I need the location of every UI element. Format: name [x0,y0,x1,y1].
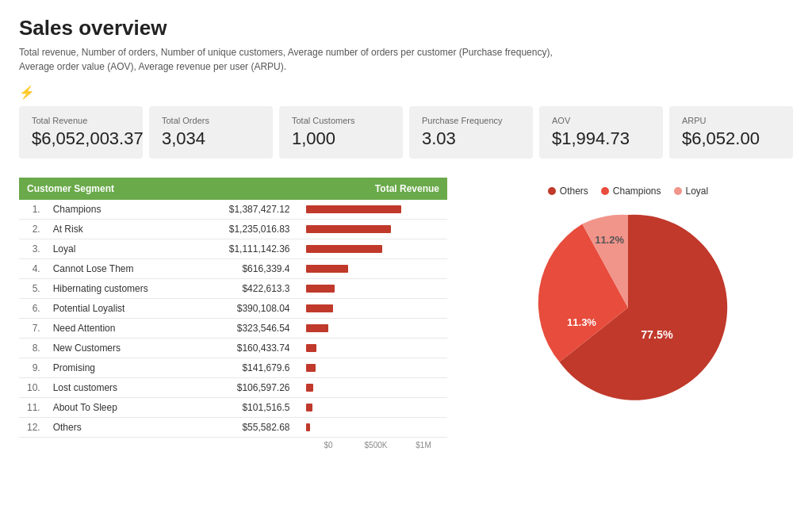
bar-wrap [306,423,440,432]
bar-wrap [306,323,440,333]
row-bar-cell [298,358,448,378]
table-row: 10. Lost customers $106,597.26 [19,378,447,398]
metric-card-arpu: ARPU $6,052.00 [669,106,793,159]
row-bar-cell [298,259,448,279]
row-name: Cannot Lose Them [45,259,195,279]
metric-card-purchase-frequency: Purchase Frequency 3.03 [409,106,533,159]
bar-wrap [306,304,440,313]
table-row: 5. Hibernating customers $422,613.3 [19,279,447,299]
row-revenue: $160,433.74 [194,339,297,358]
row-num: 5. [19,279,45,299]
row-name: Lost customers [45,378,195,398]
row-name: Potential Loyalist [45,299,195,319]
page-subtitle: Total revenue, Number of orders, Number … [19,45,574,74]
row-bar-cell [298,339,448,358]
bar-wrap [306,383,440,392]
col-segment: Customer Segment [19,178,194,200]
row-bar-cell [298,418,448,438]
bar-wrap [306,264,440,274]
metric-label: Total Revenue [32,116,130,125]
row-bar-cell [298,279,448,299]
table-row: 7. Need Attention $323,546.54 [19,319,447,339]
row-revenue: $1,235,016.83 [194,220,297,239]
bar-wrap [306,205,440,214]
bar [306,344,316,352]
bar [306,245,382,253]
axis-0: $0 [304,441,352,450]
metric-label: Purchase Frequency [422,116,520,125]
content-row: Customer Segment Total Revenue 1. Champi… [19,178,793,450]
row-num: 12. [19,418,45,438]
bar-wrap [306,244,440,254]
legend-loyal: Loyal [674,186,709,197]
metric-value: $6,052.00 [682,128,780,149]
bar [306,285,335,293]
row-num: 9. [19,358,45,378]
metric-label: Total Customers [292,116,390,125]
table-row: 6. Potential Loyalist $390,108.04 [19,299,447,319]
row-num: 3. [19,239,45,259]
axis-500k: $500K [352,441,400,450]
pct-others: 77.5% [641,328,673,341]
row-name: At Risk [45,220,195,239]
metric-value: $1,994.73 [552,128,650,149]
legend-label-loyal: Loyal [686,186,709,197]
row-bar-cell [298,378,448,398]
table-row: 8. New Customers $160,433.74 [19,339,447,358]
lightning-icon: ⚡ [19,85,793,100]
bar [306,205,401,213]
row-revenue: $141,679.6 [194,358,297,378]
bar-wrap [306,363,440,373]
row-revenue: $1,111,142.36 [194,239,297,259]
pie-chart: 77.5% 11.3% 11.2% [525,205,731,411]
row-revenue: $390,108.04 [194,299,297,319]
chart-section: Others Champions Loyal [463,178,793,411]
metric-label: Total Orders [162,116,260,125]
row-name: Hibernating customers [45,279,195,299]
metric-label: ARPU [682,116,780,125]
chart-legend: Others Champions Loyal [548,186,708,197]
metric-card-aov: AOV $1,994.73 [539,106,663,159]
row-name: Promising [45,358,195,378]
legend-label-others: Others [560,186,588,197]
bar [306,304,333,312]
legend-dot-loyal [674,187,682,195]
row-num: 2. [19,220,45,239]
row-num: 1. [19,200,45,220]
row-bar-cell [298,239,448,259]
bar [306,384,313,392]
row-name: Need Attention [45,319,195,339]
row-num: 10. [19,378,45,398]
row-bar-cell [298,319,448,339]
table-row: 3. Loyal $1,111,142.36 [19,239,447,259]
bar [306,225,391,233]
row-revenue: $101,516.5 [194,398,297,418]
page-title: Sales overview [19,16,793,40]
row-revenue: $616,339.4 [194,259,297,279]
pie-svg: 77.5% 11.3% 11.2% [525,205,731,411]
table-row: 12. Others $55,582.68 [19,418,447,438]
metric-label: AOV [552,116,650,125]
bar [306,404,312,411]
table-row: 2. At Risk $1,235,016.83 [19,220,447,239]
row-revenue: $106,597.26 [194,378,297,398]
axis-labels: $0 $500K $1M [19,438,447,450]
metric-value: 3.03 [422,128,520,149]
bar [306,265,348,273]
row-num: 6. [19,299,45,319]
row-revenue: $55,582.68 [194,418,297,438]
table-row: 9. Promising $141,679.6 [19,358,447,378]
row-num: 4. [19,259,45,279]
legend-label-champions: Champions [613,186,661,197]
metric-value: 1,000 [292,128,390,149]
col-revenue: Total Revenue [194,178,447,200]
row-revenue: $422,613.3 [194,279,297,299]
metric-card-total-customers: Total Customers 1,000 [279,106,403,159]
table-row: 4. Cannot Lose Them $616,339.4 [19,259,447,279]
pct-loyal: 11.2% [595,234,624,246]
row-name: New Customers [45,339,195,358]
metric-card-total-revenue: Total Revenue $6,052,003.37 [19,106,143,159]
row-revenue: $1,387,427.12 [194,200,297,220]
row-name: Others [45,418,195,438]
row-bar-cell [298,200,448,220]
